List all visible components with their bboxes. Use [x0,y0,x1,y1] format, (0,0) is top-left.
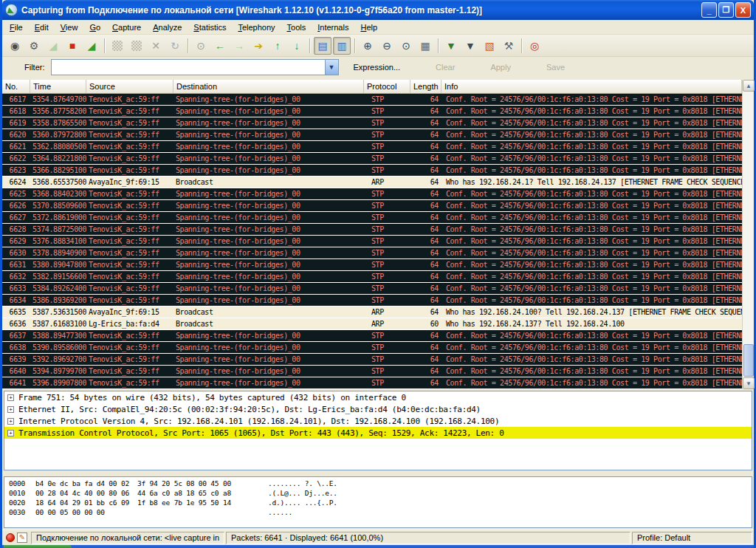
packet-row-6628[interactable]: 66285374.887250000TenovisK_ac:59:ffSpann… [2,224,742,236]
zoom-100-icon[interactable]: ⊙ [397,37,415,55]
packet-row-6638[interactable]: 66385390.895860000TenovisK_ac:59:ffSpann… [2,342,742,354]
menu-analyze[interactable]: Analyze [147,21,188,33]
menu-internals[interactable]: Internals [312,21,354,33]
menu-view[interactable]: View [55,21,84,33]
pane-splitter[interactable] [2,470,754,476]
autoscroll-toggle-icon[interactable]: ▥ [333,37,351,55]
column-header-no[interactable]: No. [2,80,30,93]
detail-row-0[interactable]: +Frame 751: 54 bytes on wire (432 bits),… [4,391,752,403]
scroll-down-icon[interactable]: ▼ [743,377,755,389]
packet-row-6634[interactable]: 66345386.893692000TenovisK_ac:59:ffSpann… [2,295,742,306]
go-to-packet-icon[interactable]: ➔ [250,37,267,55]
go-back-icon[interactable]: ← [211,37,229,55]
packet-row-6629[interactable]: 66295376.888341000TenovisK_ac:59:ffSpann… [2,236,742,247]
apply-button[interactable]: Apply [483,60,518,75]
packet-row-6637[interactable]: 66375388.894773000TenovisK_ac:59:ffSpann… [2,330,742,342]
go-to-bottom-icon[interactable]: ↓ [288,37,306,55]
packet-row-6627[interactable]: 66275372.886190000TenovisK_ac:59:ffSpann… [2,212,742,224]
cell-proto: STP [364,153,410,164]
zoom-in-icon[interactable]: ⊕ [359,37,377,55]
expert-info-icon[interactable] [6,533,15,542]
column-header-time[interactable]: Time [30,80,86,93]
filter-dropdown-icon[interactable]: ▼ [325,60,338,75]
menu-help[interactable]: Help [354,21,383,33]
detail-row-1[interactable]: +Ethernet II, Src: CompalEl_94:20:5c (00… [4,403,752,415]
scroll-up-icon[interactable]: ▲ [743,80,755,92]
coloring-rules-icon[interactable]: ▧ [481,37,498,55]
column-header-length[interactable]: Length [410,80,441,93]
packet-row-6618[interactable]: 66185356.877582000TenovisK_ac:59:ffSpann… [2,106,742,117]
expand-icon[interactable]: + [7,394,14,401]
packet-list-scrollbar[interactable]: ▲ ▼ [742,80,754,389]
packet-row-6617[interactable]: 66175354.876497000TenovisK_ac:59:ffSpann… [2,94,742,106]
menu-bar: FileEditViewGoCaptureAnalyzeStatisticsTe… [2,20,754,35]
restore-button[interactable]: ❐ [718,2,734,18]
zoom-out-icon[interactable]: ⊖ [378,37,396,55]
go-to-top-icon[interactable]: ↑ [269,37,286,55]
start-button-fragment[interactable] [4,545,72,548]
hex-line-0030[interactable]: 003000 00 05 00 00 00...... [9,507,752,517]
cell-no: 6639 [2,354,30,365]
packet-row-6631[interactable]: 66315380.890478000TenovisK_ac:59:ffSpann… [2,259,742,271]
packet-row-6639[interactable]: 66395392.896927000TenovisK_ac:59:ffSpann… [2,354,742,366]
packet-row-6620[interactable]: 66205360.879728000TenovisK_ac:59:ffSpann… [2,129,742,141]
expand-icon[interactable]: + [7,406,14,413]
capture-comment-icon[interactable]: ✎ [17,532,27,543]
colorize-toggle-icon[interactable]: ▤ [314,37,331,55]
display-filter-icon[interactable]: ▼ [461,37,479,55]
column-header-info[interactable]: Info [441,80,742,93]
packet-row-6640[interactable]: 66405394.897997000TenovisK_ac:59:ffSpann… [2,366,742,377]
capture-filter-icon[interactable]: ▼ [442,37,460,55]
packet-row-6641[interactable]: 66415396.899078000TenovisK_ac:59:ffSpann… [2,377,742,389]
expression-button[interactable]: Expression... [346,60,408,75]
close-button[interactable]: X [735,2,751,18]
menu-tools[interactable]: Tools [281,21,312,33]
hex-line-0020[interactable]: 002018 64 04 29 01 bb c6 09 1f b8 ee 7b … [9,498,752,507]
packet-row-6624[interactable]: 66245368.655375000AvayaInc_9f:69:15Broad… [2,177,742,188]
packet-row-6635[interactable]: 66355387.536315000AvayaInc_9f:69:15Broad… [2,306,742,318]
help-icon[interactable]: ◎ [526,37,543,55]
menu-edit[interactable]: Edit [29,21,55,33]
menu-go[interactable]: Go [83,21,106,33]
packet-row-6625[interactable]: 66255368.884023000TenovisK_ac:59:ffSpann… [2,188,742,200]
packet-row-6632[interactable]: 66325382.891566000TenovisK_ac:59:ffSpann… [2,271,742,283]
detail-row-3[interactable]: +Transmission Control Protocol, Src Port… [4,427,752,439]
menu-capture[interactable]: Capture [106,21,147,33]
packet-row-6636[interactable]: 66365387.616831000Lg-Erics_ba:fa:d4Broad… [2,318,742,330]
cell-src: TenovisK_ac:59:ff [86,295,173,306]
scrollbar-thumb[interactable] [743,344,754,377]
menu-telephony[interactable]: Telephony [232,21,281,33]
restart-capture-icon[interactable]: ◢ [83,37,100,55]
minimize-button[interactable]: _ [701,2,717,18]
resize-columns-icon[interactable]: ▦ [416,37,434,55]
packet-row-6633[interactable]: 66335384.892624000TenovisK_ac:59:ffSpann… [2,283,742,295]
capture-options-icon[interactable]: ⚙ [25,37,43,55]
clear-button[interactable]: Clear [428,60,462,75]
packet-row-6623[interactable]: 66235366.882951000TenovisK_ac:59:ffSpann… [2,165,742,177]
packet-row-6626[interactable]: 66265370.885096000TenovisK_ac:59:ffSpann… [2,200,742,212]
menu-statistics[interactable]: Statistics [188,21,232,33]
profile-text[interactable]: Profile: Default [632,532,752,544]
detail-row-2[interactable]: +Internet Protocol Version 4, Src: 192.1… [4,415,752,427]
stop-capture-icon[interactable]: ■ [63,37,81,55]
save-button[interactable]: Save [539,60,572,75]
hex-line-0010[interactable]: 001000 28 04 4c 40 00 80 06 44 6a c0 a8 … [9,488,752,498]
hex-line-0000[interactable]: 0000b4 0e dc ba fa d4 00 02 3f 94 20 5c … [9,479,752,488]
column-header-source[interactable]: Source [86,80,173,93]
packet-row-6619[interactable]: 66195358.878655000TenovisK_ac:59:ffSpann… [2,117,742,129]
filter-input[interactable] [52,61,325,74]
preferences-icon[interactable]: ⚒ [500,37,518,55]
cell-len: 64 [410,153,441,164]
packet-row-6630[interactable]: 66305378.889409000TenovisK_ac:59:ffSpann… [2,247,742,259]
column-header-destination[interactable]: Destination [173,80,364,93]
cell-src: AvayaInc_9f:69:15 [86,177,173,188]
list-interfaces-icon[interactable]: ◉ [6,37,24,55]
cell-src: TenovisK_ac:59:ff [86,141,173,152]
packet-row-6622[interactable]: 66225364.882218000TenovisK_ac:59:ffSpann… [2,153,742,165]
expand-icon[interactable]: + [7,418,14,425]
go-forward-icon[interactable]: → [230,37,248,55]
packet-row-6621[interactable]: 66215362.880805000TenovisK_ac:59:ffSpann… [2,141,742,153]
column-header-protocol[interactable]: Protocol [364,80,410,93]
expand-icon[interactable]: + [7,430,14,436]
menu-file[interactable]: File [4,21,29,33]
